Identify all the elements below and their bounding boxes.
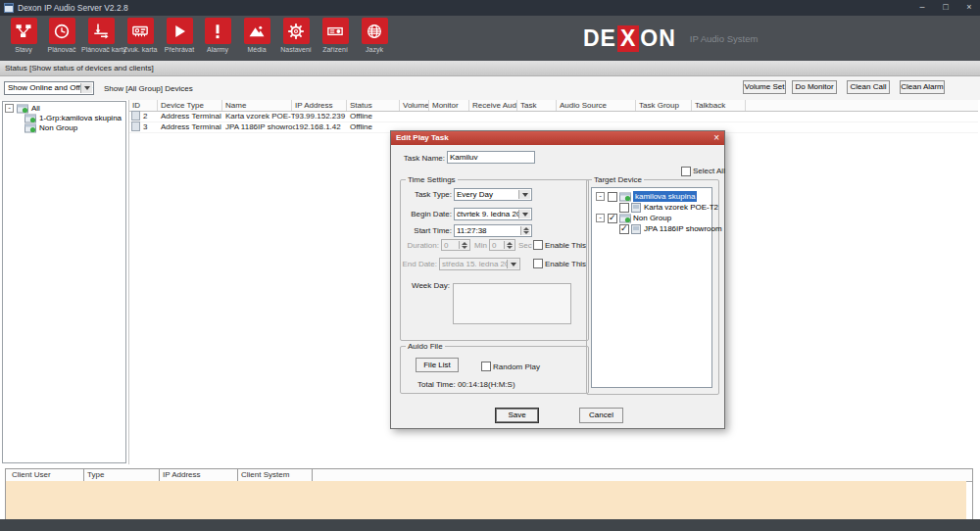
- toolbar-button-sound-card[interactable]: Zvuk. karta: [121, 18, 160, 53]
- start-time-value: 11:27:38: [457, 226, 487, 235]
- client-table: Client User Type IP Address Client Syste…: [5, 468, 973, 520]
- toolbar-button-settings[interactable]: Nastavení: [276, 18, 316, 53]
- column-header[interactable]: ID: [129, 100, 158, 111]
- target-node-checkbox[interactable]: [608, 192, 617, 202]
- show-devices-label: Show [All Group] Devices: [104, 84, 193, 93]
- bottom-bar: [0, 519, 980, 531]
- toolbar-label: Plánovač: [42, 46, 81, 53]
- week-day-label: Week Day:: [405, 281, 450, 290]
- end-date-enable-checkbox[interactable]: [533, 259, 543, 268]
- column-header[interactable]: Device Type: [158, 100, 222, 111]
- spinner-up-down-icon[interactable]: [520, 226, 530, 235]
- target-device-tree: kamilova skupina Karta vzorek POE-T2 Non…: [591, 187, 712, 388]
- toolbar-button-alarms[interactable]: Alarmy: [198, 18, 237, 53]
- toolbar-button-status[interactable]: Stavy: [4, 18, 43, 53]
- spinner-up-down-icon[interactable]: [504, 241, 514, 249]
- group-icon: [24, 114, 36, 123]
- target-node-checkbox[interactable]: [619, 203, 629, 213]
- end-date-dropdown[interactable]: středa 15. ledna 20: [439, 258, 520, 270]
- group-tree-panel: All 1-Grp:kamilova skupina Non Group: [2, 101, 126, 463]
- group-icon: [17, 104, 28, 114]
- dialog-title-bar[interactable]: Edit Play Task ×: [391, 131, 724, 145]
- audio-file-legend: Auido File: [406, 342, 445, 351]
- online-filter-dropdown[interactable]: Show Online and Offline: [4, 81, 94, 95]
- toolbar-label: Média: [237, 46, 276, 53]
- column-header[interactable]: Status: [347, 100, 400, 111]
- cancel-button[interactable]: Cancel: [579, 408, 623, 423]
- edit-play-task-dialog: Edit Play Task × Task Name: Kamiluv Sele…: [390, 130, 725, 429]
- column-header[interactable]: Talkback: [692, 100, 746, 111]
- chevron-down-icon[interactable]: [80, 83, 92, 93]
- toolbar-button-devices[interactable]: Zařízení: [316, 18, 355, 53]
- cell-device-type: Address Terminal: [158, 111, 225, 121]
- spinner-up-down-icon[interactable]: [459, 241, 468, 249]
- duration-sec-spinbox[interactable]: 0: [489, 239, 515, 251]
- title-bar: Dexon IP Audio Server V2.2.8 – □ ×: [0, 0, 980, 16]
- cell-id: 3: [143, 122, 147, 131]
- column-header[interactable]: IP Address: [160, 469, 238, 481]
- device-icon: [131, 121, 140, 131]
- minimize-button[interactable]: –: [915, 1, 929, 14]
- column-header[interactable]: Receive Audio: [469, 100, 517, 111]
- duration-min-spinbox[interactable]: 0: [441, 239, 470, 251]
- column-header[interactable]: IP Address: [292, 100, 347, 111]
- toolbar-label: Plánovač karty: [81, 46, 121, 53]
- status-strip: Status [Show status of devices and clien…: [0, 61, 980, 76]
- close-button[interactable]: ×: [962, 1, 976, 14]
- toolbar-label: Zařízení: [316, 46, 355, 53]
- file-list-button[interactable]: File List: [416, 358, 459, 372]
- toolbar-button-media[interactable]: Média: [237, 18, 276, 53]
- task-type-dropdown[interactable]: Every Day: [454, 188, 532, 201]
- random-play-checkbox[interactable]: [481, 362, 491, 371]
- chevron-down-icon[interactable]: [507, 260, 518, 268]
- column-header[interactable]: Client System: [238, 469, 313, 481]
- cell-ip: 192.168.1.42: [292, 121, 350, 132]
- tree-node-label: All: [31, 104, 40, 114]
- toolbar-button-card-scheduler[interactable]: Plánovač karty: [81, 18, 121, 53]
- column-header[interactable]: Name: [222, 100, 292, 111]
- dialog-close-icon[interactable]: ×: [713, 131, 719, 145]
- target-node-checkbox[interactable]: [619, 224, 629, 234]
- column-header[interactable]: Audio Source: [557, 100, 636, 111]
- begin-date-dropdown[interactable]: čtvrtek 9. ledna 20: [454, 208, 532, 220]
- column-header-filler: [313, 469, 971, 481]
- column-header[interactable]: Client User: [9, 469, 84, 481]
- column-header[interactable]: Monitor: [429, 100, 469, 111]
- target-node-checkbox[interactable]: [608, 214, 617, 223]
- cell-device-type: Address Terminal: [158, 121, 225, 132]
- begin-date-label: Begin Date:: [403, 210, 452, 218]
- logo-text-on: ON: [640, 25, 676, 52]
- toolbar-button-play[interactable]: Přehrávat: [160, 18, 199, 53]
- device-icon: [131, 111, 140, 121]
- maximize-button[interactable]: □: [939, 1, 953, 14]
- tree-expander-icon[interactable]: [596, 192, 605, 201]
- tree-expander-icon[interactable]: [5, 104, 14, 113]
- toolbar: Stavy Plánovač Plánovač karty Zvuk. kart…: [0, 16, 980, 61]
- volume-set-button[interactable]: Volume Set: [743, 80, 786, 94]
- week-day-box[interactable]: [453, 283, 571, 324]
- do-monitor-button[interactable]: Do Monitor: [792, 80, 837, 94]
- column-header[interactable]: Type: [84, 469, 160, 481]
- tree-expander-icon[interactable]: [596, 214, 605, 222]
- toolbar-label: Jazyk: [355, 46, 394, 53]
- cell-name: JPA 1186IP showroom: [222, 121, 295, 132]
- group-icon: [24, 123, 36, 133]
- chevron-down-icon[interactable]: [518, 190, 530, 199]
- total-time-text: Total Time: 00:14:18(H:M:S): [417, 380, 515, 389]
- chevron-down-icon[interactable]: [518, 210, 530, 218]
- card-scheduler-icon: [88, 18, 115, 44]
- task-name-input[interactable]: Kamiluv: [447, 151, 535, 164]
- clean-alarm-button[interactable]: Clean Alarm: [900, 80, 945, 94]
- start-time-input[interactable]: 11:27:38: [454, 224, 532, 237]
- target-node-label: Karta vzorek POE-T2: [644, 202, 718, 213]
- random-play-label: Random Play: [493, 362, 540, 371]
- column-header[interactable]: Volume: [400, 100, 429, 111]
- duration-enable-checkbox[interactable]: [533, 240, 543, 250]
- clean-call-button[interactable]: Clean Call: [847, 80, 890, 94]
- column-header[interactable]: Task: [517, 100, 557, 111]
- column-header[interactable]: Task Group: [636, 100, 692, 111]
- toolbar-button-scheduler[interactable]: Plánovač: [42, 18, 81, 53]
- save-button[interactable]: Save: [495, 408, 539, 423]
- select-all-checkbox[interactable]: [681, 167, 691, 176]
- toolbar-button-language[interactable]: Jazyk: [355, 18, 394, 53]
